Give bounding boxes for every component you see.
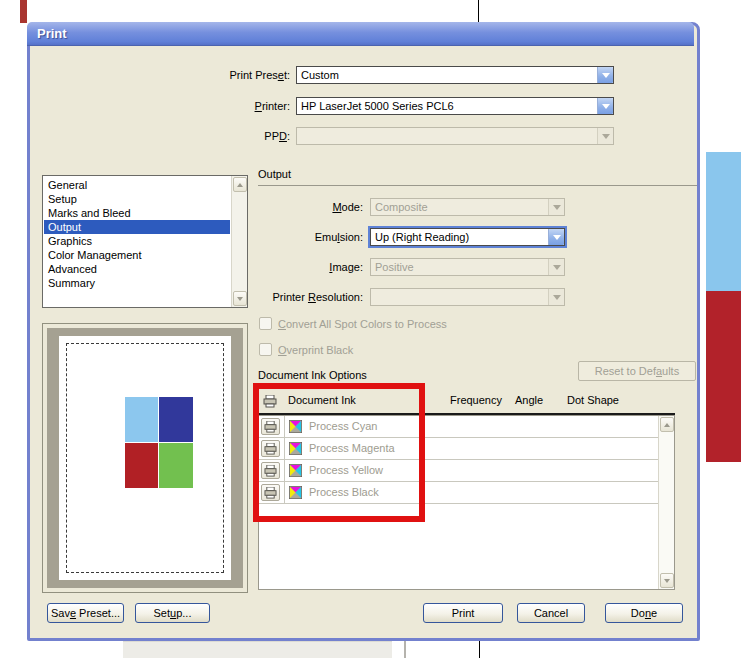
swatch-green	[159, 443, 193, 488]
column-angle: Angle	[515, 394, 543, 406]
emulsion-label: Emulsion:	[258, 230, 363, 244]
print-button[interactable]: Print	[423, 603, 503, 623]
sidebar-item-color-management[interactable]: Color Management	[44, 248, 230, 262]
reset-to-defaults-button: Reset to Defaults	[578, 361, 696, 381]
chevron-down-icon[interactable]	[597, 67, 613, 83]
column-frequency: Frequency	[450, 394, 502, 406]
done-button[interactable]: Done	[605, 603, 683, 623]
print-dialog: Print Print Preset: Custom Printer: HP L…	[27, 22, 700, 641]
image-select: Positive	[370, 258, 565, 276]
ppd-select	[296, 127, 614, 145]
document-page-edge-line	[404, 641, 406, 658]
emulsion-select[interactable]: Up (Right Reading)	[370, 228, 565, 246]
output-section-title: Output	[258, 168, 291, 180]
sidebar-item-marks-and-bleed[interactable]: Marks and Bleed	[44, 206, 230, 220]
sections-list: General Setup Marks and Bleed Output Gra…	[42, 175, 248, 308]
convert-spot-colors-label: Convert All Spot Colors to Process	[278, 318, 447, 330]
preview-frame	[47, 328, 243, 588]
document-guide-line-bottom	[479, 641, 480, 658]
printer-resolution-select	[370, 288, 565, 306]
ppd-label: PPD:	[30, 129, 290, 143]
swatch-dark-blue	[159, 397, 193, 442]
document-red-rectangle	[706, 291, 741, 462]
scroll-down-icon[interactable]	[660, 573, 674, 588]
print-preset-value: Custom	[301, 69, 339, 81]
annotation-highlight-rectangle	[253, 383, 425, 522]
save-preset-button[interactable]: Save Preset...	[47, 603, 124, 623]
page-preview	[42, 323, 248, 593]
print-preset-select[interactable]: Custom	[296, 66, 614, 84]
document-guide-line-top	[478, 0, 479, 23]
scroll-up-icon[interactable]	[233, 177, 247, 192]
document-pasteboard-strip	[123, 641, 392, 658]
printer-resolution-label: Printer Resolution:	[248, 290, 363, 304]
document-blue-rectangle	[706, 152, 741, 291]
sections-scrollbar[interactable]	[231, 176, 247, 307]
mode-value: Composite	[375, 201, 428, 213]
emulsion-value: Up (Right Reading)	[375, 231, 469, 243]
chevron-down-icon[interactable]	[548, 229, 564, 245]
swatch-light-blue	[125, 397, 158, 442]
ink-options-title: Document Ink Options	[258, 369, 367, 381]
image-label: Image:	[258, 260, 363, 274]
sidebar-item-output[interactable]: Output	[44, 220, 230, 234]
mode-label: Mode:	[258, 200, 363, 214]
swatch-red	[125, 443, 158, 488]
scroll-up-icon[interactable]	[660, 417, 674, 432]
chevron-down-icon	[597, 128, 613, 144]
image-value: Positive	[375, 261, 414, 273]
preview-artwork	[125, 397, 193, 489]
preview-page	[59, 336, 231, 580]
setup-button[interactable]: Setup...	[135, 603, 210, 623]
print-preset-label: Print Preset:	[30, 68, 290, 82]
chevron-down-icon[interactable]	[597, 98, 613, 114]
overprint-black-label: Overprint Black	[278, 344, 353, 356]
sidebar-item-setup[interactable]: Setup	[44, 192, 230, 206]
sidebar-item-general[interactable]: General	[44, 178, 230, 192]
column-dot-shape: Dot Shape	[567, 394, 619, 406]
screen: Print Print Preset: Custom Printer: HP L…	[0, 0, 741, 658]
printer-select[interactable]: HP LaserJet 5000 Series PCL6	[296, 97, 614, 115]
chevron-down-icon	[548, 289, 564, 305]
mode-select: Composite	[370, 198, 565, 216]
dialog-title: Print	[37, 26, 67, 41]
cancel-button[interactable]: Cancel	[517, 603, 585, 623]
chevron-down-icon	[548, 259, 564, 275]
printer-label: Printer:	[30, 99, 290, 113]
chevron-down-icon	[548, 199, 564, 215]
sidebar-item-graphics[interactable]: Graphics	[44, 234, 230, 248]
convert-spot-colors-checkbox	[259, 317, 272, 330]
ink-table-scrollbar[interactable]	[658, 416, 674, 589]
document-red-sliver	[20, 0, 27, 23]
dialog-titlebar[interactable]: Print	[27, 22, 694, 46]
sidebar-item-summary[interactable]: Summary	[44, 276, 230, 290]
overprint-black-checkbox	[259, 343, 272, 356]
scroll-down-icon[interactable]	[233, 291, 247, 306]
printer-value: HP LaserJet 5000 Series PCL6	[301, 100, 454, 112]
sidebar-item-advanced[interactable]: Advanced	[44, 262, 230, 276]
output-section-rule	[258, 185, 697, 186]
